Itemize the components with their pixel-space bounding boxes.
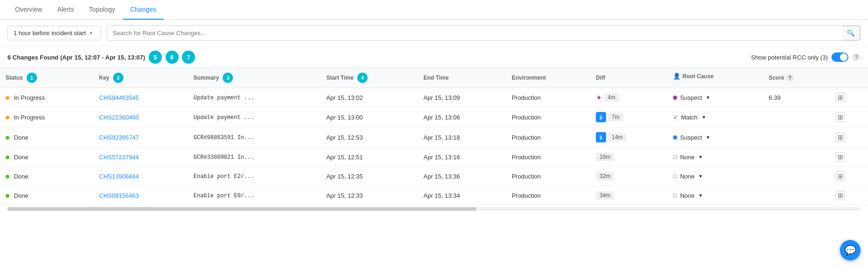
root-cause-cell: None ▾ xyxy=(667,148,763,167)
summary-bar: 6 Changes Found (Apr 15, 12:07 - Apr 15,… xyxy=(0,47,868,67)
tab-changes[interactable]: Changes xyxy=(123,0,164,20)
table-row: Done CHS57237944 GCR#33809021 In... Apr … xyxy=(0,148,868,167)
none-dot xyxy=(673,155,677,159)
badge-col-1: 1 xyxy=(27,73,37,83)
diff-value: 16m xyxy=(596,153,614,161)
change-key-link[interactable]: CHS13906844 xyxy=(99,173,139,180)
toolbar: 1 hour before incident start ▾ 🔍 xyxy=(0,20,868,47)
status-dot xyxy=(6,194,9,198)
root-cause-label: None xyxy=(680,173,694,180)
tab-overview[interactable]: Overview xyxy=(7,0,50,20)
key-cell: CHS57237944 xyxy=(94,148,188,167)
expand-button[interactable]: ⊞ xyxy=(836,133,845,142)
change-summary: GCR#98863591 In... xyxy=(194,134,254,141)
status-cell: Done xyxy=(0,186,94,205)
search-input[interactable] xyxy=(107,26,842,40)
badge-col-2: 2 xyxy=(113,73,123,83)
end-time-cell: Apr 15, 13:06 xyxy=(418,107,506,127)
expand-cell: ⊞ xyxy=(830,186,868,205)
key-cell: CHS13906844 xyxy=(94,167,188,186)
tabs-container: Overview Alerts Topology Changes xyxy=(0,0,868,20)
suspect-dot-blue xyxy=(673,135,677,140)
end-time: Apr 15, 13:18 xyxy=(424,134,460,141)
status-dot xyxy=(6,96,9,100)
environment-label: Production xyxy=(512,154,541,161)
badge-2: 6 xyxy=(166,51,179,64)
table-row: Done CHS09156463 Enable port E0/... Apr … xyxy=(0,186,868,205)
status-label: In Progress xyxy=(14,94,45,101)
match-check-icon: ✓ xyxy=(673,114,678,121)
tab-topology[interactable]: Topology xyxy=(81,0,123,20)
root-cause-dropdown[interactable]: ▾ xyxy=(697,173,704,179)
environment-cell: Production xyxy=(506,167,590,186)
start-time-cell: Apr 15, 13:02 xyxy=(321,88,418,107)
diff-value: 32m xyxy=(596,172,614,180)
environment-cell: Production xyxy=(506,88,590,107)
score-cell xyxy=(763,167,830,186)
root-cause-dropdown[interactable]: ▾ xyxy=(697,154,704,160)
score-cell: 6.39 xyxy=(763,88,830,107)
help-icon[interactable]: ? xyxy=(852,53,861,61)
end-time-cell: Apr 15, 13:18 xyxy=(418,127,506,148)
expand-cell: ⊞ xyxy=(830,148,868,167)
score-help-icon[interactable]: ? xyxy=(786,74,794,82)
change-key-link[interactable]: CHS22360460 xyxy=(99,114,139,121)
score-cell xyxy=(763,107,830,127)
environment-label: Production xyxy=(512,192,541,199)
root-cause-cell: Suspect ▾ xyxy=(667,88,763,107)
score-value: 6.39 xyxy=(769,94,781,101)
expand-cell: ⊞ xyxy=(830,167,868,186)
start-time: Apr 15, 12:35 xyxy=(326,173,363,180)
expand-button[interactable]: ⊞ xyxy=(836,93,845,102)
root-cause-dropdown[interactable]: ▾ xyxy=(705,94,711,101)
root-cause-cell: ✓ Match ▾ xyxy=(667,107,763,127)
root-cause-label: None xyxy=(680,154,694,161)
end-time-cell: Apr 15, 13:16 xyxy=(418,148,506,167)
horizontal-scrollbar[interactable] xyxy=(7,207,861,211)
changes-table: Status 1 Key 2 Summary 3 Start Time xyxy=(0,67,868,205)
expand-button[interactable]: ⊞ xyxy=(836,191,845,200)
environment-label: Production xyxy=(512,173,541,180)
tab-alerts[interactable]: Alerts xyxy=(50,0,81,20)
root-cause-cell: None ▾ xyxy=(667,186,763,205)
table-row: Done CHS92395747 GCR#98863591 In... Apr … xyxy=(0,127,868,148)
search-button[interactable]: 🔍 xyxy=(842,26,860,40)
expand-button[interactable]: ⊞ xyxy=(836,171,845,181)
root-cause-cell: Suspect ▾ xyxy=(667,127,763,148)
change-key-link[interactable]: CHS57237944 xyxy=(99,154,139,161)
change-key-link[interactable]: CHS09156463 xyxy=(99,192,139,199)
time-range-dropdown[interactable]: 1 hour before incident start ▾ xyxy=(7,26,101,40)
root-cause-dropdown[interactable]: ▾ xyxy=(701,114,707,120)
end-time-cell: Apr 15, 13:34 xyxy=(418,186,506,205)
expand-cell: ⊞ xyxy=(830,88,868,107)
col-header-diff: Diff xyxy=(590,68,667,88)
change-summary: Enable port E2/... xyxy=(194,173,254,180)
summary-cell: Enable port E2/... xyxy=(188,167,321,186)
expand-button[interactable]: ⊞ xyxy=(836,152,845,162)
status-dot xyxy=(6,156,9,159)
start-time-cell: Apr 15, 12:51 xyxy=(321,148,418,167)
change-key-link[interactable]: CHS84463545 xyxy=(99,94,139,101)
root-cause-label: Match xyxy=(681,114,697,121)
status-dot xyxy=(6,136,9,140)
environment-cell: Production xyxy=(506,148,590,167)
status-label: Done xyxy=(14,154,29,161)
key-cell: CHS84463545 xyxy=(94,88,188,107)
col-header-summary: Summary 3 xyxy=(188,68,321,88)
summary-cell: Update payment ... xyxy=(188,88,321,107)
root-cause-dropdown[interactable]: ▾ xyxy=(705,134,711,141)
start-time-cell: Apr 15, 13:00 xyxy=(321,107,418,127)
rcc-only-label: Show potential RCC only (3) xyxy=(751,54,828,61)
rcc-toggle[interactable] xyxy=(832,52,848,62)
summary-cell: Update payment ... xyxy=(188,107,321,127)
status-cell: Done xyxy=(0,167,94,186)
table-row: Done CHS13906844 Enable port E2/... Apr … xyxy=(0,167,868,186)
diff-value: 7m xyxy=(608,113,623,121)
change-key-link[interactable]: CHS92395747 xyxy=(99,134,139,141)
expand-button[interactable]: ⊞ xyxy=(836,112,845,122)
suspect-dot-purple xyxy=(673,96,677,100)
environment-label: Production xyxy=(512,134,541,141)
none-dot xyxy=(673,194,677,198)
table-row: In Progress CHS22360460 Update payment .… xyxy=(0,107,868,127)
root-cause-dropdown[interactable]: ▾ xyxy=(697,192,704,199)
